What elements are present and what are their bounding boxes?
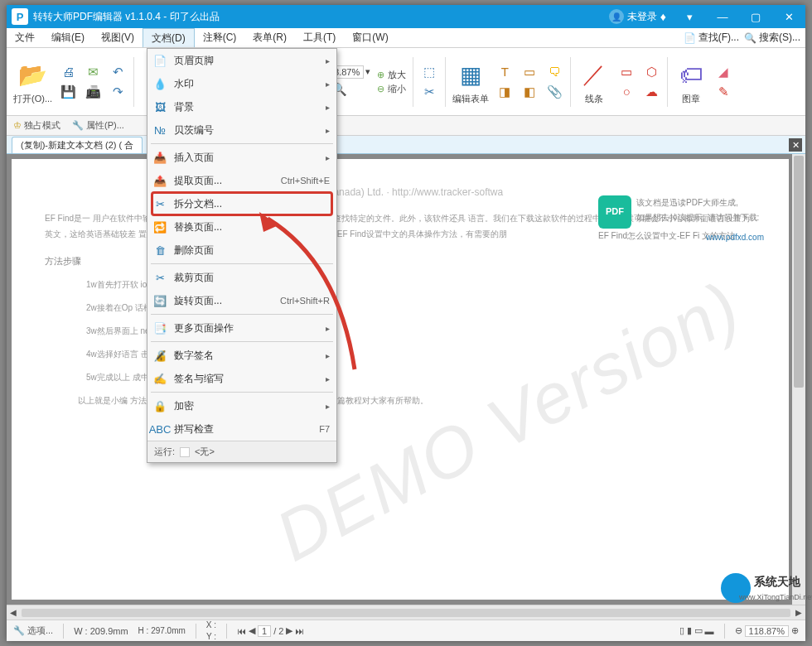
menu-item-17[interactable]: ✍签名与缩写▸ — [147, 367, 336, 390]
page-number-input[interactable]: 1 — [258, 625, 271, 637]
pdf-page: DEMO Version) Tracker anada) Ltd. · http… — [12, 159, 789, 600]
menu-form[interactable]: 表单(R) — [244, 28, 295, 47]
select-icon[interactable]: ⬚ — [420, 63, 438, 81]
menu-item-3[interactable]: №贝茨编号▸ — [147, 118, 336, 142]
menu-item-icon: 📄 — [152, 53, 167, 68]
text-icon[interactable]: T — [495, 63, 514, 81]
eraser-icon[interactable]: ◢ — [714, 63, 732, 81]
textbox-icon[interactable]: ▭ — [520, 63, 539, 81]
menu-item-16[interactable]: 🔏数字签名▸ — [147, 344, 336, 367]
scroll-right-icon[interactable]: ▶ — [795, 608, 802, 617]
menu-document[interactable]: 文档(D) — [143, 28, 195, 47]
menu-item-label: 背景 — [174, 100, 319, 114]
prev-page-icon[interactable]: ◀ — [249, 625, 255, 636]
minimize-button[interactable]: — — [706, 5, 739, 28]
horizontal-scrollbar[interactable]: ◀ ▶ — [7, 605, 805, 619]
circle-icon[interactable]: ○ — [617, 83, 636, 101]
layout-cont-icon[interactable]: ▮ — [687, 625, 692, 636]
menu-view[interactable]: 视图(V) — [93, 28, 143, 47]
layout-book-icon[interactable]: ▬ — [705, 626, 714, 636]
menu-item-icon: № — [152, 123, 167, 137]
menu-item-11[interactable]: ✂裁剪页面 — [147, 266, 336, 289]
stamp-button[interactable]: 🏷 图章 — [674, 58, 708, 105]
menu-item-9[interactable]: 🗑删除页面 — [147, 239, 336, 262]
polygon-icon[interactable]: ⬡ — [642, 63, 660, 81]
menu-item-2[interactable]: 🖼背景▸ — [147, 95, 336, 118]
menu-item-label: 加密 — [174, 399, 319, 413]
scroll-left-icon[interactable]: ◀ — [10, 608, 17, 617]
menu-item-icon: 💧 — [152, 76, 167, 91]
login-label: 未登录 — [627, 10, 657, 24]
zoom-dropdown-icon[interactable]: ▾ — [365, 66, 370, 77]
zoom-in-icon-sb[interactable]: ⊕ — [791, 625, 799, 636]
menu-edit[interactable]: 编辑(E) — [43, 28, 93, 47]
first-page-icon[interactable]: ⏮ — [237, 626, 246, 636]
exclusive-mode-button[interactable]: ♔独占模式 — [13, 119, 60, 132]
tab-active[interactable]: (复制)-新建文本文档 (2) ( 合 — [12, 137, 143, 153]
wrench-icon: 🔧 — [13, 625, 25, 636]
menu-item-label: 拆分文档... — [174, 197, 330, 211]
layout-single-icon[interactable]: ▯ — [679, 625, 684, 636]
vertical-scrollbar[interactable] — [792, 154, 805, 605]
pencil-icon[interactable]: ✎ — [714, 83, 732, 101]
save-icon[interactable]: 💾 — [59, 83, 77, 101]
menu-item-1[interactable]: 💧水印▸ — [147, 72, 336, 95]
properties-button[interactable]: 🔧属性(P)... — [72, 119, 124, 132]
scan-icon[interactable]: 📠 — [84, 83, 102, 101]
chevron-right-icon: ▸ — [326, 351, 330, 360]
mail-icon[interactable]: ✉ — [84, 63, 102, 81]
cloud-icon[interactable]: ☁ — [642, 83, 660, 101]
page-size: W : 209.9mm — [74, 626, 128, 636]
menu-item-0[interactable]: 📄页眉页脚▸ — [147, 49, 336, 72]
options-button[interactable]: 🔧选项... — [13, 624, 53, 637]
plus-icon[interactable]: ⊕ — [377, 70, 384, 80]
maximize-button[interactable]: ▢ — [739, 5, 772, 28]
menu-item-icon: 🔏 — [152, 348, 167, 363]
crop-icon[interactable]: ✂ — [420, 83, 438, 101]
side-link[interactable]: www.pdfxd.com — [706, 230, 764, 245]
search-button[interactable]: 🔍搜索(S)... — [744, 31, 800, 45]
note-icon[interactable]: 🗨 — [545, 63, 563, 81]
title-bar: P 转转大师PDF编辑器 v1.1.0.4 - 印了么出品 👤 未登录 ♦ ▾ … — [7, 5, 805, 28]
open-button[interactable]: 📂 打开(O)... — [13, 58, 52, 105]
redo-icon[interactable]: ↷ — [109, 83, 127, 101]
scroll-thumb[interactable] — [794, 156, 804, 388]
menu-item-7[interactable]: ✂拆分文档... — [147, 192, 336, 215]
menu-file[interactable]: 文件 — [7, 28, 43, 47]
menu-item-19[interactable]: 🔒加密▸ — [147, 394, 336, 417]
menu-item-12[interactable]: 🔄旋转页面...Ctrl+Shift+R — [147, 289, 336, 312]
zoom-level[interactable]: 118.87% — [745, 625, 789, 637]
menu-item-icon: 🔄 — [152, 293, 167, 308]
menu-item-6[interactable]: 📤提取页面...Ctrl+Shift+E — [147, 169, 336, 192]
find-button[interactable]: 📄查找(F)... — [684, 31, 739, 45]
menu-item-8[interactable]: 🔁替换页面... — [147, 215, 336, 239]
print-icon[interactable]: 🖨 — [59, 63, 77, 81]
crown-icon: ♔ — [13, 120, 22, 131]
menu-item-5[interactable]: 📥插入页面▸ — [147, 146, 336, 169]
next-page-icon[interactable]: ▶ — [286, 625, 292, 636]
dropdown-button[interactable]: ▾ — [673, 5, 706, 28]
chevron-right-icon: ▸ — [326, 126, 330, 135]
menu-window[interactable]: 窗口(W) — [344, 28, 396, 47]
undo-icon[interactable]: ↶ — [109, 63, 127, 81]
lines-button[interactable]: ／ 线条 — [578, 58, 611, 105]
minus-icon[interactable]: ⊖ — [377, 84, 384, 94]
edit-form-button[interactable]: ▦ 编辑表单 — [452, 58, 489, 105]
menu-item-label: 裁剪页面 — [174, 271, 330, 285]
user-status[interactable]: 👤 未登录 ♦ — [602, 9, 673, 24]
tab-close-button[interactable]: ✕ — [789, 138, 802, 152]
attach-icon[interactable]: 📎 — [545, 83, 563, 101]
menu-item-14[interactable]: 📑更多页面操作▸ — [147, 316, 336, 340]
callout-icon[interactable]: ◧ — [520, 83, 539, 101]
menu-item-icon: 🖼 — [152, 99, 167, 114]
layout-facing-icon[interactable]: ▭ — [694, 625, 703, 636]
menu-item-20[interactable]: ABC拼写检查F7 — [147, 417, 336, 441]
menu-comment[interactable]: 注释(C) — [195, 28, 245, 47]
highlight-icon[interactable]: ◨ — [495, 83, 514, 101]
document-menu-dropdown: 📄页眉页脚▸💧水印▸🖼背景▸№贝茨编号▸📥插入页面▸📤提取页面...Ctrl+S… — [147, 48, 337, 463]
menu-tools[interactable]: 工具(T) — [295, 28, 344, 47]
rect-icon[interactable]: ▭ — [617, 63, 636, 81]
close-button[interactable]: ✕ — [772, 5, 805, 28]
last-page-icon[interactable]: ⏭ — [295, 626, 304, 636]
zoom-out-icon[interactable]: ⊖ — [735, 625, 742, 636]
